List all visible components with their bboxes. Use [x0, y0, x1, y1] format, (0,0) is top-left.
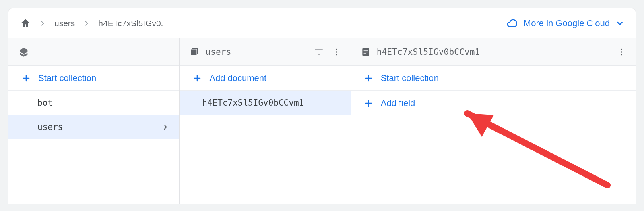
svg-point-3: [336, 51, 337, 53]
doc-add-field-button[interactable]: Add field: [351, 91, 636, 116]
cloud-link-label: More in Google Cloud: [524, 18, 610, 29]
plus-icon: [364, 98, 374, 108]
breadcrumb-item-doc[interactable]: h4ETc7xSl5IGv0.: [98, 19, 163, 28]
document-item[interactable]: h4ETc7xSl5IGv0bCCvm1: [180, 91, 350, 115]
collection-title: users: [205, 47, 231, 57]
chevron-down-icon: [615, 19, 624, 28]
column-collection: users Add document h4ETc7xSl5IGv0bCCvm1: [180, 38, 351, 204]
breadcrumb-item-users[interactable]: users: [54, 19, 75, 28]
more-vert-icon[interactable]: [617, 48, 626, 56]
column-document: h4ETc7xSl5IGv0bCCvm1 Start collection: [351, 38, 636, 204]
svg-point-2: [336, 48, 337, 50]
document-item-label: h4ETc7xSl5IGv0bCCvm1: [202, 98, 304, 108]
doc-start-collection-button[interactable]: Start collection: [351, 66, 636, 91]
doc-start-collection-label: Start collection: [381, 73, 439, 84]
svg-point-11: [621, 48, 622, 50]
svg-rect-8: [363, 50, 368, 50]
chevron-right-icon: [39, 20, 46, 27]
home-icon[interactable]: [20, 18, 31, 29]
svg-point-13: [621, 54, 622, 55]
cloud-icon: [506, 17, 518, 29]
plus-icon: [192, 73, 202, 83]
collection-item-label: users: [37, 122, 63, 132]
svg-rect-10: [363, 53, 366, 54]
start-collection-button[interactable]: Start collection: [8, 66, 179, 91]
document-title: h4ETc7xSl5IGv0bCCvm1: [377, 47, 480, 57]
svg-point-4: [336, 54, 337, 55]
more-in-google-cloud-link[interactable]: More in Google Cloud: [506, 17, 624, 29]
collection-item-bot[interactable]: bot: [8, 91, 179, 115]
start-collection-label: Start collection: [38, 73, 96, 84]
chevron-right-icon: [161, 123, 169, 131]
firestore-root-icon: [18, 46, 29, 58]
svg-point-12: [621, 51, 622, 53]
plus-icon: [364, 73, 374, 83]
collection-icon: [189, 47, 200, 57]
svg-rect-9: [363, 51, 368, 52]
document-icon: [361, 47, 371, 57]
add-document-button[interactable]: Add document: [180, 66, 350, 91]
add-document-label: Add document: [209, 73, 266, 84]
filter-icon[interactable]: [314, 47, 324, 57]
plus-icon: [21, 73, 31, 83]
collection-item-users[interactable]: users: [8, 115, 179, 139]
column-root: Start collection bot users: [8, 38, 180, 204]
more-vert-icon[interactable]: [332, 48, 341, 56]
breadcrumb: users h4ETc7xSl5IGv0.: [20, 18, 163, 29]
collection-item-label: bot: [37, 98, 53, 108]
chevron-right-icon: [83, 20, 90, 27]
doc-add-field-label: Add field: [381, 98, 415, 109]
